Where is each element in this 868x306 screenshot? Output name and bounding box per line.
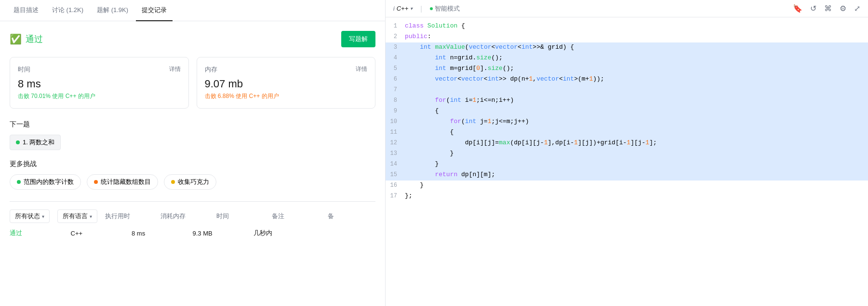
table-row: 通过 C++ 8 ms 9.3 MB 几秒内: [10, 229, 375, 237]
code-line-7: 7: [386, 85, 868, 96]
shortcuts-icon[interactable]: ⌘: [824, 4, 832, 13]
time-card: 时间 8 ms 击败 70.01% 使用 C++ 的用户 详情: [10, 57, 189, 109]
lang-label: C++: [397, 5, 409, 12]
memory-sub: 击败 6.88% 使用 C++ 的用户: [205, 92, 368, 100]
toolbar-icons: 🔖 ↺ ⌘ ⚙ ⤢: [793, 4, 860, 13]
code-line-4: 4 int n=grid.size();: [386, 53, 868, 64]
challenge-dot-2: [171, 180, 175, 184]
settings-icon[interactable]: ⚙: [840, 4, 846, 13]
lang-chevron: ▾: [410, 6, 413, 11]
challenge-label-2: 收集巧克力: [178, 178, 209, 186]
bookmark-icon[interactable]: 🔖: [793, 4, 802, 13]
challenge-chip-2[interactable]: 收集巧克力: [164, 174, 216, 190]
code-line-6: 6 vector<vector<int>> dp(n+1,vector<int>…: [386, 74, 868, 85]
write-solution-button[interactable]: 写题解: [341, 31, 375, 47]
filter-row: 所有状态 ▾ 所有语言 ▾ 执行用时 消耗内存 时间 备注 备: [10, 209, 375, 223]
submissions-table: 所有状态 ▾ 所有语言 ▾ 执行用时 消耗内存 时间 备注 备 通过 C++ 8…: [10, 201, 375, 237]
code-line-17: 17 };: [386, 191, 868, 202]
row-lang: C++: [71, 230, 132, 237]
code-line-1: 1 class Solution {: [386, 21, 868, 32]
tab-description[interactable]: 题目描述: [8, 0, 44, 21]
memory-card: 内存 9.07 mb 击败 6.88% 使用 C++ 的用户 详情: [197, 57, 376, 109]
time-value: 8 ms: [18, 78, 181, 90]
memory-value: 9.07 mb: [205, 78, 368, 90]
smart-mode-dot: [430, 7, 433, 10]
code-line-10: 10 for(int j=1;j<=m;j++): [386, 117, 868, 127]
status-filter-chevron: ▾: [42, 214, 44, 219]
col-memory: 消耗内存: [160, 212, 208, 221]
memory-detail-link[interactable]: 详情: [356, 65, 367, 73]
code-line-12: 12 dp[i][j]=max(dp[i][j-1],dp[i-1][j])+g…: [386, 138, 868, 149]
more-challenges-section: 更多挑战 范围内的数字计数 统计隐藏数组数目 收集巧克力: [10, 160, 375, 190]
challenge-label-1: 统计隐藏数组数目: [101, 178, 151, 186]
next-problem-title: 下一题: [10, 120, 375, 129]
code-line-16: 16 }: [386, 181, 868, 191]
code-line-14: 14 }: [386, 159, 868, 170]
more-challenges-title: 更多挑战: [10, 160, 375, 168]
challenge-label-0: 范围内的数字计数: [24, 178, 74, 186]
code-line-3: 3 int maxValue(vector<vector<int>>& grid…: [386, 42, 868, 53]
smart-mode-label: 智能模式: [435, 4, 460, 13]
check-icon: ✅: [10, 33, 22, 45]
expand-icon[interactable]: ⤢: [854, 4, 860, 13]
code-line-11: 11 {: [386, 127, 868, 138]
smart-mode-indicator: 智能模式: [430, 4, 460, 13]
stats-row: 时间 8 ms 击败 70.01% 使用 C++ 的用户 详情 内存 9.07 …: [10, 57, 375, 109]
row-time: 8 ms: [132, 230, 193, 237]
code-editor-panel: i C++ ▾ | 智能模式 🔖 ↺ ⌘ ⚙ ⤢ 1 class Solutio…: [386, 0, 868, 306]
code-line-9: 9 {: [386, 106, 868, 117]
row-date: 几秒内: [254, 229, 315, 237]
undo-icon[interactable]: ↺: [810, 4, 816, 13]
code-line-5: 5 int m=grid[0].size();: [386, 64, 868, 74]
left-panel: 题目描述 讨论 (1.2K) 题解 (1.9K) 提交记录 ✅ 通过 写题解 时…: [0, 0, 386, 306]
code-line-8: 8 for(int i=1;i<=n;i++): [386, 96, 868, 106]
tab-discussion[interactable]: 讨论 (1.2K): [46, 0, 89, 21]
submissions-content: ✅ 通过 写题解 时间 8 ms 击败 70.01% 使用 C++ 的用户 详情…: [0, 21, 385, 306]
status-filter[interactable]: 所有状态 ▾: [10, 209, 50, 223]
row-memory: 9.3 MB: [193, 230, 254, 237]
lang-filter-chevron: ▾: [90, 214, 92, 219]
result-row: ✅ 通过 写题解: [10, 31, 375, 47]
code-area: 1 class Solution { 2 public: 3 int maxVa…: [386, 17, 868, 306]
challenge-dot-1: [94, 180, 98, 184]
col-note: 备注: [272, 212, 320, 221]
lang-italic-i: i: [393, 5, 395, 12]
lang-filter[interactable]: 所有语言 ▾: [57, 209, 97, 223]
tabs-bar: 题目描述 讨论 (1.2K) 题解 (1.9K) 提交记录: [0, 0, 385, 21]
tab-submissions[interactable]: 提交记录: [136, 0, 173, 21]
difficulty-dot: [16, 140, 20, 144]
time-label: 时间: [18, 65, 181, 74]
language-selector[interactable]: i C++ ▾: [393, 5, 413, 12]
col-extra: 备: [328, 212, 375, 221]
code-line-15: 15 return dp[n][m];: [386, 170, 868, 181]
code-line-2: 2 public:: [386, 32, 868, 42]
tab-solution[interactable]: 题解 (1.9K): [91, 0, 134, 21]
toolbar-separator: |: [420, 5, 422, 13]
time-sub: 击败 70.01% 使用 C++ 的用户: [18, 92, 181, 100]
code-line-13: 13 }: [386, 149, 868, 159]
challenge-chip-1[interactable]: 统计隐藏数组数目: [87, 174, 158, 190]
editor-toolbar: i C++ ▾ | 智能模式 🔖 ↺ ⌘ ⚙ ⤢: [386, 0, 868, 17]
next-problem-chip[interactable]: 1. 两数之和: [10, 135, 61, 150]
next-problem-section: 下一题 1. 两数之和: [10, 120, 375, 150]
col-time: 执行用时: [105, 212, 153, 221]
row-status[interactable]: 通过: [10, 229, 71, 237]
status-filter-label: 所有状态: [15, 212, 40, 221]
challenges-list: 范围内的数字计数 统计隐藏数组数目 收集巧克力: [10, 174, 375, 190]
challenge-dot-0: [17, 180, 21, 184]
memory-label: 内存: [205, 65, 368, 74]
time-detail-link[interactable]: 详情: [169, 65, 181, 73]
result-status: 通过: [26, 33, 43, 45]
lang-filter-label: 所有语言: [63, 212, 88, 221]
next-problem-label: 1. 两数之和: [23, 138, 54, 147]
col-date: 时间: [216, 212, 264, 221]
challenge-chip-0[interactable]: 范围内的数字计数: [10, 174, 81, 190]
